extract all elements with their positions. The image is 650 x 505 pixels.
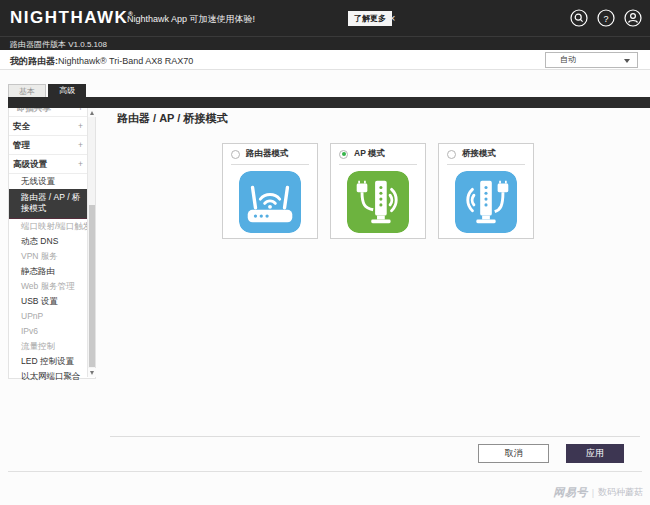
- app-promo-text: Nighthawk App 可加速使用体验!: [127, 13, 255, 26]
- sidebar-item-wireless-settings[interactable]: 无线设置: [9, 174, 88, 189]
- top-header: NIGHTHAWK® Nighthawk App 可加速使用体验! 了解更多 ×…: [0, 0, 650, 50]
- bridge-icon: [455, 171, 517, 233]
- tab-advanced[interactable]: 高级: [48, 84, 86, 97]
- logo-text: NIGHTHAWK: [10, 8, 128, 27]
- sidebar-item-ipv6[interactable]: IPv6: [9, 324, 88, 339]
- mode-cards: 路由器模式 AP 模式: [222, 143, 534, 239]
- svg-text:?: ?: [603, 14, 608, 24]
- my-router-prefix: 我的路由器:: [10, 56, 58, 66]
- watermark-channel: 数码种蘑菇: [598, 486, 643, 499]
- scrollbar-up-arrow[interactable]: [88, 108, 96, 117]
- access-point-icon: [347, 171, 409, 233]
- sidebar-item-ethernet-aggregation[interactable]: 以太网端口聚合: [9, 369, 88, 384]
- sidebar-item-security[interactable]: 安全 +: [9, 117, 88, 136]
- sidebar-item-router-ap-bridge-mode[interactable]: 路由器 / AP / 桥接模式: [9, 189, 88, 219]
- expand-icon[interactable]: +: [78, 117, 83, 136]
- close-icon[interactable]: ×: [389, 11, 395, 26]
- sidebar-item-static-routes[interactable]: 静态路由: [9, 264, 88, 279]
- sidebar-item-traffic-control[interactable]: 流量控制: [9, 339, 88, 354]
- account-icon[interactable]: [624, 9, 642, 27]
- advanced-panel-topbar: [8, 97, 650, 108]
- scrollbar-thumb[interactable]: [89, 205, 95, 367]
- auto-dropdown[interactable]: 自动: [545, 52, 638, 68]
- watermark: 网易号 | 数码种蘑菇: [553, 485, 643, 500]
- expand-icon[interactable]: +: [78, 108, 83, 117]
- card-divider: [231, 164, 309, 165]
- router-model-name: Nighthawk® Tri-Band AX8 RAX70: [58, 56, 193, 66]
- card-divider: [339, 164, 417, 165]
- search-icon[interactable]: [570, 9, 588, 27]
- card-divider: [447, 164, 525, 165]
- nighthawk-logo: NIGHTHAWK®: [10, 8, 133, 28]
- router-model-bar: 我的路由器:Nighthawk® Tri-Band AX8 RAX70 自动: [0, 50, 650, 70]
- sidebar-item-web-services[interactable]: Web 服务管理: [9, 279, 88, 294]
- ap-mode-option[interactable]: AP 模式: [331, 144, 425, 164]
- firmware-version-text: 路由器固件版本 V1.0.5.108: [10, 39, 107, 50]
- ap-mode-radio[interactable]: [339, 150, 348, 159]
- router-mode-radio[interactable]: [231, 150, 240, 159]
- sidebar: 即插共享 + 安全 + 管理 + 高级设置 + 无线设置 路由器 / AP / …: [8, 108, 96, 379]
- tab-basic[interactable]: 基本: [8, 84, 46, 97]
- learn-more-button[interactable]: 了解更多: [348, 11, 392, 26]
- sidebar-item-usb-settings[interactable]: USB 设置: [9, 294, 88, 309]
- watermark-separator: |: [592, 488, 594, 498]
- cancel-button[interactable]: 取消: [478, 444, 549, 463]
- sidebar-menu: 即插共享 + 安全 + 管理 + 高级设置 + 无线设置 路由器 / AP / …: [9, 108, 88, 384]
- expand-icon[interactable]: +: [78, 155, 83, 174]
- sidebar-scrollbar[interactable]: [87, 108, 95, 377]
- bridge-mode-option[interactable]: 桥接模式: [439, 144, 533, 164]
- footer-divider-top: [110, 436, 640, 437]
- footer-divider-bottom: [8, 471, 642, 472]
- dropdown-value: 自动: [560, 55, 576, 64]
- page-title: 路由器 / AP / 桥接模式: [117, 111, 227, 126]
- apply-button[interactable]: 应用: [566, 444, 624, 463]
- sidebar-item-port-forwarding[interactable]: 端口映射/端口触发: [9, 219, 88, 234]
- expand-icon[interactable]: +: [78, 136, 83, 155]
- scrollbar-down-arrow[interactable]: [88, 368, 96, 377]
- header-divider: [0, 36, 650, 37]
- sidebar-item-readyshare[interactable]: 即插共享 +: [9, 108, 88, 117]
- help-icon[interactable]: ?: [597, 9, 615, 27]
- router-mode-card[interactable]: 路由器模式: [222, 143, 318, 239]
- router-icon: [239, 171, 301, 233]
- bridge-mode-radio[interactable]: [447, 150, 456, 159]
- router-mode-option[interactable]: 路由器模式: [223, 144, 317, 164]
- sidebar-item-administration[interactable]: 管理 +: [9, 136, 88, 155]
- sidebar-item-led-control[interactable]: LED 控制设置: [9, 354, 88, 369]
- bridge-mode-card[interactable]: 桥接模式: [438, 143, 534, 239]
- sidebar-item-advanced-setup[interactable]: 高级设置 +: [9, 155, 88, 174]
- my-router-label: 我的路由器:Nighthawk® Tri-Band AX8 RAX70: [10, 55, 193, 68]
- chevron-down-icon: [624, 59, 630, 63]
- sidebar-item-dynamic-dns[interactable]: 动态 DNS: [9, 234, 88, 249]
- sidebar-item-upnp[interactable]: UPnP: [9, 309, 88, 324]
- sidebar-item-vpn-service[interactable]: VPN 服务: [9, 249, 88, 264]
- netease-logo: 网易号: [553, 485, 588, 500]
- ap-mode-card[interactable]: AP 模式: [330, 143, 426, 239]
